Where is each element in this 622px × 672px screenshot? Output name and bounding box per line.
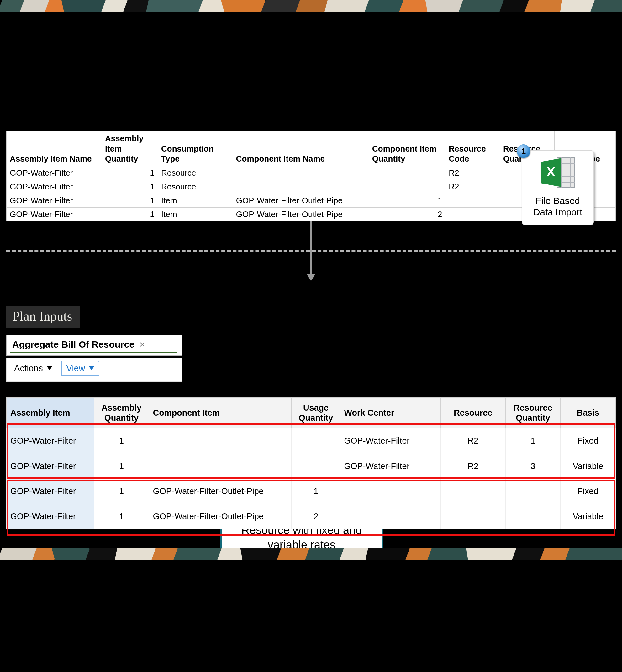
cell: 1: [94, 454, 149, 479]
cell: [340, 479, 441, 504]
cell: 1: [102, 180, 158, 194]
cell: GOP-Water-Filter: [340, 428, 441, 454]
cell: GOP-Water-Filter-Outlet-Pipe: [149, 504, 291, 529]
cell: [340, 504, 441, 529]
step-badge-1: 1: [517, 144, 530, 158]
table-row: GOP-Water-Filter1GOP-Water-FilterR21Fixe…: [7, 428, 616, 454]
result-table: Assembly Item Assembly Quantity Componen…: [6, 397, 616, 529]
cell: 1: [102, 207, 158, 221]
cell: [369, 166, 446, 180]
col-component-item: Component Item: [149, 397, 291, 428]
col-resource-qty: Resource Quantity: [506, 397, 560, 428]
actions-label: Actions: [14, 363, 43, 373]
col-resource-code: Resource Code: [446, 131, 500, 166]
cell: [446, 194, 500, 207]
decorative-bottom-band: [0, 548, 622, 560]
decorative-top-band: [0, 0, 622, 12]
view-label: View: [66, 363, 85, 373]
cell: GOP-Water-Filter-Outlet-Pipe: [233, 194, 369, 207]
table-row: GOP-Water-Filter1GOP-Water-Filter-Outlet…: [7, 479, 616, 504]
col-assembly-item: Assembly Item: [7, 397, 94, 428]
col-assembly-item-name: Assembly Item Name: [7, 131, 102, 166]
col-resource: Resource: [441, 397, 506, 428]
cell: [506, 504, 560, 529]
cell: 1: [369, 194, 446, 207]
cell: 1: [102, 166, 158, 180]
excel-import-icon: X: [539, 156, 577, 191]
cell: [369, 180, 446, 194]
dash-line: [6, 250, 616, 252]
cell: Resource: [158, 180, 233, 194]
cell: GOP-Water-Filter: [7, 207, 102, 221]
col-consumption-type: Consumption Type: [158, 131, 233, 166]
cell: [441, 504, 506, 529]
cell: Fixed: [560, 479, 616, 504]
cell: GOP-Water-Filter-Outlet-Pipe: [233, 207, 369, 221]
cell: GOP-Water-Filter-Outlet-Pipe: [149, 479, 291, 504]
cell: 1: [94, 428, 149, 454]
file-based-data-import-tile[interactable]: 1 X File Based Data Import: [522, 150, 594, 225]
cell: 1: [94, 504, 149, 529]
cell: [291, 428, 340, 454]
cell: 2: [369, 207, 446, 221]
cell: Resource: [158, 166, 233, 180]
tab-label: Aggregate Bill Of Resource: [12, 339, 135, 350]
cell: 3: [506, 454, 560, 479]
view-menu-button[interactable]: View: [61, 361, 99, 376]
col-assembly-qty: Assembly Quantity: [94, 397, 149, 428]
cell: Item: [158, 194, 233, 207]
table-toolbar: Actions View: [6, 358, 182, 382]
cell: R2: [446, 166, 500, 180]
col-basis: Basis: [560, 397, 616, 428]
tab-aggregate-bor[interactable]: Aggregate Bill Of Resource ×: [10, 338, 148, 354]
actions-menu-button[interactable]: Actions: [10, 361, 57, 375]
cell: [233, 166, 369, 180]
table-row: GOP-Water-Filter1GOP-Water-FilterR23Vari…: [7, 454, 616, 479]
cell: 1: [506, 428, 560, 454]
cell: R2: [446, 180, 500, 194]
col-component-item-qty: Component Item Quantity: [369, 131, 446, 166]
cell: GOP-Water-Filter: [340, 454, 441, 479]
plan-inputs-title: Plan Inputs: [6, 306, 80, 328]
cell: [149, 428, 291, 454]
tab-bar: Aggregate Bill Of Resource ×: [6, 335, 182, 356]
col-assembly-item-qty: Assembly Item Quantity: [102, 131, 158, 166]
col-work-center: Work Center: [340, 397, 441, 428]
cell: Item: [158, 207, 233, 221]
cell: GOP-Water-Filter: [7, 454, 94, 479]
table-row: GOP-Water-Filter1GOP-Water-Filter-Outlet…: [7, 504, 616, 529]
svg-text:X: X: [547, 164, 555, 179]
cell: GOP-Water-Filter: [7, 166, 102, 180]
caret-down-icon: [47, 366, 53, 370]
cell: [149, 454, 291, 479]
caret-down-icon: [89, 366, 94, 370]
cell: [446, 207, 500, 221]
cell: R2: [441, 454, 506, 479]
cell: Variable: [560, 504, 616, 529]
cell: 1: [291, 479, 340, 504]
cell: GOP-Water-Filter: [7, 479, 94, 504]
file-based-data-import-label: File Based Data Import: [525, 195, 590, 218]
cell: [441, 479, 506, 504]
col-usage-qty: Usage Quantity: [291, 397, 340, 428]
cell: GOP-Water-Filter: [7, 504, 94, 529]
cell: [233, 180, 369, 194]
col-component-item-name: Component Item Name: [233, 131, 369, 166]
cell: 1: [94, 479, 149, 504]
cell: [291, 454, 340, 479]
cell: GOP-Water-Filter: [7, 428, 94, 454]
close-icon[interactable]: ×: [139, 339, 145, 350]
cell: Variable: [560, 454, 616, 479]
cell: 2: [291, 504, 340, 529]
flow-divider: [6, 244, 616, 300]
cell: [506, 479, 560, 504]
cell: GOP-Water-Filter: [7, 180, 102, 194]
result-table-wrap: Assembly Item Assembly Quantity Componen…: [6, 397, 616, 529]
cell: GOP-Water-Filter: [7, 194, 102, 207]
cell: Fixed: [560, 428, 616, 454]
cell: R2: [441, 428, 506, 454]
result-header-row: Assembly Item Assembly Quantity Componen…: [7, 397, 616, 428]
cell: 1: [102, 194, 158, 207]
